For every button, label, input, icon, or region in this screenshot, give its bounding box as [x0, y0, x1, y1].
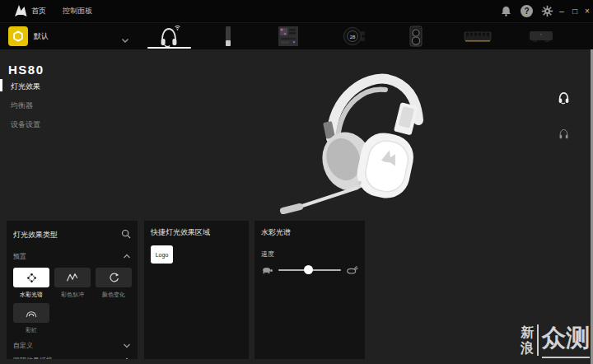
- preset-watercolor-button[interactable]: [13, 268, 49, 287]
- panel-lighting-effect-types: 灯光效果类型 预置 水彩光谱 彩色脉冲: [7, 221, 138, 359]
- window-maximize-button[interactable]: □: [568, 0, 581, 22]
- wifi-icon: [175, 26, 180, 30]
- watermark-divider: [537, 324, 539, 356]
- panel-quick-lighting-zone: 快捷灯光效果区域 Logo: [144, 221, 249, 359]
- watermark-underline: [542, 357, 590, 358]
- chevron-up-icon: [123, 357, 131, 359]
- corsair-logo-icon: [13, 3, 30, 22]
- profile-name[interactable]: 默认: [34, 23, 49, 49]
- selected-tab-indicator: [147, 47, 191, 49]
- headset-filled-icon: [557, 91, 571, 105]
- device-tab-liquid-cooler[interactable]: 28: [336, 23, 372, 49]
- spray-icon: [26, 272, 38, 284]
- headset-icon: [156, 24, 181, 49]
- window-minimize-button[interactable]: –: [555, 0, 568, 22]
- watermark-char: 浪: [521, 340, 534, 356]
- ram-module-icon: [464, 30, 492, 43]
- watermark-main: 众测: [542, 322, 590, 355]
- panel-title: 快捷灯光效果区域: [151, 227, 242, 238]
- device-tab-ram-vertical[interactable]: [210, 23, 246, 49]
- device-tab-headset[interactable]: [151, 23, 187, 49]
- speed-slider[interactable]: [278, 269, 341, 271]
- speaker-icon: [409, 26, 423, 47]
- preset-rainbow-button[interactable]: [13, 303, 49, 323]
- flat-device-icon: [529, 30, 553, 43]
- settings-gear-icon[interactable]: [540, 4, 554, 18]
- nav-equalizer[interactable]: 均衡器: [11, 100, 33, 111]
- preset-label: 水彩光谱: [20, 291, 43, 299]
- cooler-icon: 28: [343, 26, 366, 46]
- notifications-bell-icon[interactable]: [499, 4, 513, 18]
- preset-label: 彩色脉冲: [61, 291, 84, 299]
- section-custom[interactable]: 自定义: [13, 341, 131, 350]
- window-close-button[interactable]: ×: [581, 0, 593, 22]
- preset-label: 颜色变化: [102, 291, 125, 299]
- device-bar: 默认: [0, 23, 593, 49]
- chevron-up-icon: [123, 254, 131, 259]
- headset-preview-image: [272, 56, 469, 222]
- panel-title: 灯光效果类型: [13, 230, 58, 240]
- profile-avatar[interactable]: [8, 26, 28, 46]
- watermark-sina-zhongce: 新 浪 众测: [521, 322, 590, 358]
- help-icon[interactable]: ?: [520, 4, 534, 18]
- watermark-char: 新: [521, 324, 534, 340]
- pulse-wave-icon: [66, 272, 79, 283]
- motherboard-icon: [278, 26, 299, 47]
- page-title: HS80: [8, 63, 44, 77]
- section-preset[interactable]: 预置: [13, 252, 131, 261]
- svg-text:28: 28: [350, 35, 356, 40]
- chevron-down-icon[interactable]: [121, 32, 129, 47]
- view-headset-alt-button[interactable]: [555, 125, 572, 142]
- section-lighting-link[interactable]: 照明效果链接: [13, 356, 131, 359]
- rabbit-fast-icon: [346, 265, 358, 274]
- turtle-slow-icon: [261, 266, 273, 274]
- menu-home[interactable]: 首页: [31, 6, 46, 16]
- nav-lighting-effects[interactable]: 灯光效果: [11, 82, 40, 92]
- preset-color-pulse-button[interactable]: [54, 268, 91, 287]
- chevron-down-icon: [123, 343, 131, 348]
- preset-label: 彩虹: [26, 326, 37, 334]
- headset-outline-icon: [558, 128, 570, 140]
- logo-zone-button[interactable]: Logo: [151, 245, 173, 264]
- title-bar: 首页 控制面板 ? – □ ×: [0, 0, 593, 23]
- device-tab-motherboard[interactable]: [270, 23, 306, 49]
- icue-window: 首页 控制面板 ? – □ × 默认: [0, 0, 593, 364]
- active-nav-indicator: [0, 79, 2, 91]
- ram-stick-icon: [224, 26, 232, 47]
- nav-device-settings[interactable]: 设备设置: [11, 119, 40, 130]
- rainbow-icon: [25, 308, 38, 318]
- panel-watercolor-spectrum: 水彩光谱 速度: [254, 221, 365, 359]
- device-tab-speakers[interactable]: [398, 23, 434, 49]
- menu-control-panel[interactable]: 控制面板: [63, 6, 92, 16]
- preset-color-shift-button[interactable]: [96, 268, 132, 287]
- device-tab-ram-horizontal[interactable]: [460, 23, 496, 49]
- device-tab-flat-device[interactable]: [523, 23, 559, 49]
- view-headset-front-button[interactable]: [555, 89, 572, 105]
- panel-title: 水彩光谱: [261, 227, 358, 238]
- search-icon[interactable]: [121, 227, 131, 242]
- color-shift-icon: [108, 272, 120, 284]
- speed-label: 速度: [261, 250, 358, 259]
- speed-slider-handle[interactable]: [304, 265, 313, 274]
